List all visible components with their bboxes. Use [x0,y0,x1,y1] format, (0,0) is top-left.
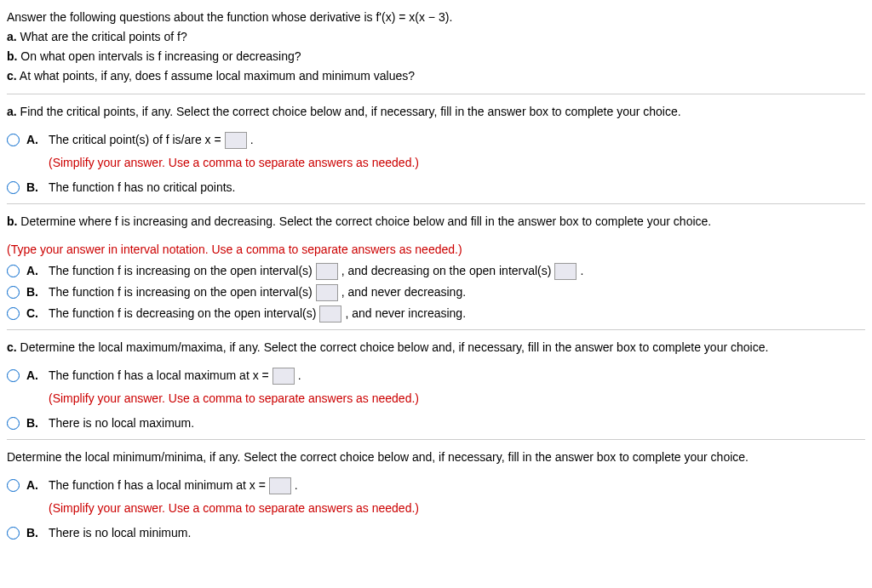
radio-icon[interactable] [7,527,20,539]
divider [7,329,865,330]
option-label: C. [26,305,42,323]
answer-input[interactable] [269,477,291,494]
part-b-help: (Type your answer in interval notation. … [7,241,865,259]
divider [7,439,865,440]
answer-input[interactable] [316,263,338,280]
answer-input[interactable] [225,132,247,149]
option-text: , and decreasing on the open interval(s) [341,262,552,280]
radio-icon[interactable] [7,134,20,146]
help-text: (Simplify your answer. Use a comma to se… [49,154,419,172]
radio-icon[interactable] [7,417,20,430]
option-text: , and never increasing. [345,305,466,323]
option-label: B. [26,179,42,197]
option-text: The function f has a local maximum at x … [49,367,269,385]
radio-icon[interactable] [7,181,20,194]
option-text: There is no local maximum. [49,414,194,432]
option-text: . [250,131,254,149]
option-label: B. [26,524,42,542]
answer-input[interactable] [554,263,577,280]
option-label: B. [26,414,42,432]
part-a-option-b[interactable]: B. The function f has no critical points… [7,179,865,197]
part-b-prompt: b. Determine where f is increasing and d… [7,213,865,231]
radio-icon[interactable] [7,286,20,299]
part-a-option-a[interactable]: A. The critical point(s) of f is/are x =… [7,131,865,175]
part-b-option-b[interactable]: B. The function f is increasing on the o… [7,283,865,301]
option-text: The function f is increasing on the open… [49,283,313,301]
option-text: . [580,262,583,280]
answer-input[interactable] [272,368,295,385]
subquestion-c: c. At what points, if any, does f assume… [7,67,865,85]
radio-icon[interactable] [7,265,20,277]
option-text: The function f has no critical points. [49,179,235,197]
answer-input[interactable] [316,284,338,301]
radio-icon[interactable] [7,369,20,382]
part-b-option-a[interactable]: A. The function f is increasing on the o… [7,262,865,280]
part-c-min-option-a[interactable]: A. The function f has a local minimum at… [7,477,865,521]
option-text: The function f is increasing on the open… [49,262,313,280]
part-c-max-option-a[interactable]: A. The function f has a local maximum at… [7,367,865,411]
option-label: A. [26,367,42,385]
part-c-min-prompt: Determine the local minimum/minima, if a… [7,448,865,466]
option-label: A. [26,131,42,149]
option-text: . [298,367,301,385]
part-c-max-option-b[interactable]: B. There is no local maximum. [7,414,865,432]
part-b-option-c[interactable]: C. The function f is decreasing on the o… [7,305,865,323]
part-c-max-prompt: c. Determine the local maximum/maxima, i… [7,339,865,357]
part-a-prompt: a. Find the critical points, if any. Sel… [7,103,865,121]
help-text: (Simplify your answer. Use a comma to se… [49,500,419,517]
divider [7,203,865,204]
option-text: There is no local minimum. [49,524,191,542]
option-text: . [295,477,298,494]
option-text: The function f is decreasing on the open… [49,305,316,323]
divider [7,94,865,94]
option-text: The critical point(s) of f is/are x = [49,131,221,149]
option-label: A. [26,262,42,280]
radio-icon[interactable] [7,479,20,492]
intro-text: Answer the following questions about the… [7,9,865,26]
subquestion-b: b. On what open intervals is f increasin… [7,48,865,66]
subquestion-a: a. What are the critical points of f? [7,28,865,46]
answer-input[interactable] [319,305,341,323]
option-text: The function f has a local minimum at x … [49,477,266,494]
help-text: (Simplify your answer. Use a comma to se… [49,390,419,408]
question-header: Answer the following questions about the… [7,9,865,85]
option-label: A. [26,477,42,494]
radio-icon[interactable] [7,307,20,320]
part-c-min-option-b[interactable]: B. There is no local minimum. [7,524,865,542]
option-label: B. [26,283,42,301]
option-text: , and never decreasing. [341,283,466,301]
